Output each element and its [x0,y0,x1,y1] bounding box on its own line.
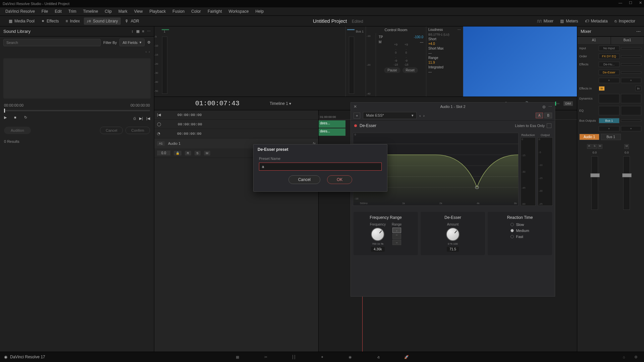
timeline-name[interactable]: Timeline 1 ▾ [270,101,291,106]
dynamics-bus1[interactable] [621,94,642,103]
loop-button[interactable]: ↻ [24,115,30,121]
sl-cancel-button[interactable]: Cancel [100,127,123,134]
media-pool-button[interactable]: ▦ Media Pool [6,17,37,25]
dynamics-a1[interactable] [599,94,620,103]
menu-fusion[interactable]: Fusion [170,8,187,15]
skip-fwd-icon[interactable]: ▶| [139,116,143,121]
fader-m[interactable]: M [598,144,602,149]
prev-icon[interactable]: ‹ [146,50,147,54]
audio-clip-1[interactable]: dees... [319,120,345,128]
fader-s[interactable]: S [592,144,597,149]
fader-r[interactable]: R [587,144,592,149]
compare-a-button[interactable]: A [536,113,543,118]
amount-knob[interactable] [446,228,460,241]
reaction-slow[interactable]: Slow [511,223,529,227]
plugin-snapshot-icon[interactable]: ◎ [542,105,546,109]
list-view-icon[interactable]: ≡ [142,29,144,34]
pause-button[interactable]: Pause [384,67,400,73]
menu-fairlight[interactable]: Fairlight [205,8,225,15]
fader-m-bus[interactable]: M [624,144,629,149]
strip-a1-header[interactable]: A1 [577,37,611,45]
strip-name-bus1[interactable]: Bus 1 [601,134,621,140]
bus-out-a1[interactable]: Bus 1 [599,118,620,123]
menu-timeline[interactable]: Timeline [80,8,101,15]
metadata-button[interactable]: 🏷 Metadata [582,17,610,25]
filter-settings-icon[interactable]: ⚙ [147,40,151,45]
menu-help[interactable]: Help [253,8,266,15]
color-page-icon[interactable]: ◉ [346,353,354,361]
strip-name-a1[interactable]: Audio 1 [579,134,599,140]
cut-page-icon[interactable]: ✂ [262,353,270,361]
plugin-menu-icon[interactable]: ⋯ [548,105,552,109]
mixer-button[interactable]: ⎍⎍ Mixer [534,17,556,25]
search-input[interactable] [3,39,101,46]
minimize-icon[interactable]: — [619,1,622,5]
preset-name-input[interactable] [259,163,382,171]
input-slot[interactable]: No Input [599,46,620,51]
menu-playback[interactable]: Playback [147,8,168,15]
filter-dropdown[interactable]: All Fields ▾ [119,39,145,46]
order-slot[interactable]: FX DY EQ [599,54,620,59]
preset-prev-icon[interactable]: ‹ [419,114,421,118]
effects-button[interactable]: ✦ Effects [39,17,61,25]
next-icon[interactable]: › [149,50,150,54]
reaction-medium[interactable]: Medium [511,229,529,233]
range-shape-notch[interactable]: ⌄ [392,228,401,233]
reaction-fast[interactable]: Fast [511,235,529,239]
sl-confirm-button[interactable]: Confirm [125,127,150,134]
fader-track-a1[interactable] [591,156,598,210]
eq-a1[interactable] [599,106,620,115]
grid-view-icon[interactable]: ▦ [136,29,140,34]
listen-checkbox[interactable] [547,123,551,128]
tc-rec-icon[interactable]: ◯ [157,122,161,126]
menu-file[interactable]: File [39,8,51,15]
effects-in-bus1[interactable]: In [635,86,641,91]
fairlight-page-icon[interactable]: ♫ [374,353,382,361]
audition-button[interactable]: Audition [4,127,31,134]
menu-davinci[interactable]: DaVinci Resolve [3,8,38,15]
add-preset-icon[interactable]: + [354,113,360,119]
range-shape-shelf[interactable]: ⎺ [392,234,401,239]
amount-value[interactable]: 71.5 [447,247,459,252]
track-volume[interactable]: 0.0 [157,150,170,156]
sort-icon[interactable]: ↕ [131,29,133,34]
tc-play-icon[interactable]: ◔ [157,131,160,136]
strip-bus1-header[interactable]: Bus1 [611,37,644,45]
inspector-button[interactable]: ⎋ Inspector [612,17,638,25]
sound-library-button[interactable]: ♪≡ Sound Library [84,17,121,25]
media-page-icon[interactable]: ▦ [233,353,241,361]
audio-clip-2[interactable]: dees... [319,128,345,136]
loudness-menu-icon[interactable]: ⋯ [458,28,461,32]
dim-button[interactable]: DIM [564,101,573,106]
menu-workspace[interactable]: Workspace [226,8,252,15]
deliver-page-icon[interactable]: 🚀 [402,353,411,361]
menu-color[interactable]: Color [189,8,204,15]
mixer-menu-icon[interactable]: ⋯ [636,29,641,34]
menu-clip[interactable]: Clip [102,8,114,15]
add-effect[interactable]: + [599,78,620,83]
frequency-knob[interactable] [371,228,384,241]
mark-in-icon[interactable]: ⎙ [133,116,136,121]
reset-button[interactable]: Reset [402,67,418,73]
meters-button[interactable]: ▥ Meters [557,17,581,25]
lock-icon[interactable]: 🔒 [174,151,181,156]
maximize-icon[interactable]: ☐ [629,1,632,5]
scrubber[interactable] [4,110,150,111]
index-button[interactable]: ≡ Index [63,17,83,25]
ok-button[interactable]: OK [327,175,352,184]
menu-mark[interactable]: Mark [116,8,130,15]
range-shape-wide[interactable]: ⌣ [392,240,401,245]
menu-edit[interactable]: Edit [52,8,64,15]
tc-prev-icon[interactable]: |◀ [157,113,161,117]
close-icon[interactable]: ✕ [639,1,642,5]
settings-icon[interactable]: ⚙ [632,353,640,361]
edit-page-icon[interactable]: ⎮⎮ [290,353,298,361]
cancel-button[interactable]: Cancel [288,175,320,184]
menu-trim[interactable]: Trim [66,8,79,15]
eq-bus1[interactable] [621,106,642,115]
menu-view[interactable]: View [131,8,146,15]
plugin-enable-dot[interactable] [354,124,357,127]
effect-2[interactable]: De-Esser [599,70,620,75]
effect-1[interactable]: De-Hu... [599,62,620,67]
adr-button[interactable]: 🎙 ADR [122,17,142,25]
